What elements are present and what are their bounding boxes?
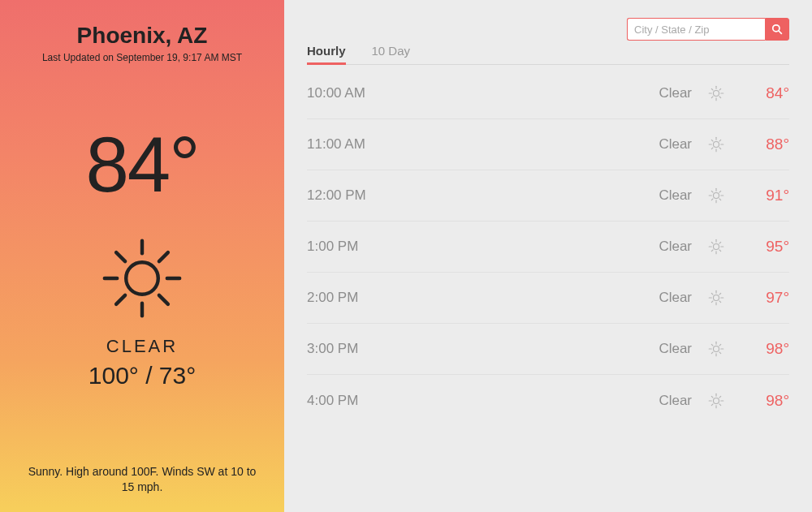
forecast-panel: Hourly 10 Day 10:00 AMClear 84°11:00 AMC… xyxy=(284,0,812,512)
current-temperature: 84° xyxy=(85,120,198,209)
high-low: 100° / 73° xyxy=(89,362,196,389)
hour-temp: 98° xyxy=(741,392,789,410)
svg-point-9 xyxy=(773,25,780,32)
svg-line-71 xyxy=(719,403,721,405)
hour-temp: 88° xyxy=(741,136,789,153)
hour-temp: 97° xyxy=(741,289,789,307)
hour-temp: 84° xyxy=(741,84,789,102)
search-input[interactable] xyxy=(627,18,765,41)
svg-line-37 xyxy=(719,191,721,192)
svg-point-56 xyxy=(713,346,719,351)
hour-time: 4:00 PM xyxy=(307,393,627,409)
svg-line-72 xyxy=(711,403,713,405)
location-title: Phoenix, AZ xyxy=(77,23,208,49)
sun-icon xyxy=(97,234,187,326)
svg-line-5 xyxy=(116,252,125,261)
hour-condition: Clear xyxy=(627,187,692,204)
svg-line-16 xyxy=(711,88,713,90)
svg-line-17 xyxy=(719,97,721,98)
search-icon xyxy=(771,24,783,35)
forecast-summary: Sunny. High around 100F. Winds SW at 10 … xyxy=(16,464,268,496)
hour-condition: Clear xyxy=(627,393,692,409)
hour-time: 2:00 PM xyxy=(307,290,627,306)
svg-point-38 xyxy=(713,243,719,249)
hourly-row: 2:00 PMClear 97° xyxy=(307,273,789,324)
svg-point-29 xyxy=(713,192,719,198)
hour-time: 12:00 PM xyxy=(307,187,627,204)
hour-condition: Clear xyxy=(627,85,692,101)
hour-temp: 91° xyxy=(741,187,789,204)
svg-line-70 xyxy=(711,396,713,398)
hour-condition: Clear xyxy=(627,341,692,357)
sun-icon xyxy=(692,84,741,102)
svg-point-0 xyxy=(126,262,158,295)
svg-line-8 xyxy=(159,252,168,261)
hour-time: 11:00 AM xyxy=(307,136,627,153)
svg-line-26 xyxy=(719,148,721,149)
search-button[interactable] xyxy=(765,18,789,41)
hour-temp: 95° xyxy=(741,238,789,256)
svg-line-27 xyxy=(711,148,713,149)
svg-line-6 xyxy=(159,295,168,304)
svg-line-62 xyxy=(719,352,721,354)
svg-line-45 xyxy=(711,250,713,252)
svg-line-54 xyxy=(711,301,713,303)
tab-hourly[interactable]: Hourly xyxy=(307,44,346,65)
sun-icon xyxy=(692,340,741,358)
svg-line-7 xyxy=(116,295,125,304)
svg-line-43 xyxy=(711,242,713,243)
svg-line-73 xyxy=(719,396,721,398)
sun-icon xyxy=(692,392,741,410)
svg-line-34 xyxy=(711,191,713,192)
hour-condition: Clear xyxy=(627,136,692,153)
svg-line-28 xyxy=(719,140,721,141)
svg-line-18 xyxy=(711,97,713,98)
svg-line-64 xyxy=(719,344,721,346)
svg-line-36 xyxy=(711,199,713,200)
svg-line-44 xyxy=(719,250,721,252)
hourly-list: 10:00 AMClear 84°11:00 AMClear 88°12:00 … xyxy=(307,68,789,426)
hour-time: 3:00 PM xyxy=(307,341,627,357)
hourly-row: 11:00 AMClear 88° xyxy=(307,119,789,170)
hour-temp: 98° xyxy=(741,340,789,358)
hour-condition: Clear xyxy=(627,239,692,255)
svg-line-63 xyxy=(711,352,713,354)
forecast-tabs: Hourly 10 Day xyxy=(307,44,789,65)
svg-point-47 xyxy=(713,295,719,300)
last-updated: Last Updated on September 19, 9:17 AM MS… xyxy=(42,52,242,63)
svg-line-53 xyxy=(719,301,721,303)
hourly-row: 4:00 PMClear 98° xyxy=(307,375,789,426)
hourly-row: 12:00 PMClear 91° xyxy=(307,170,789,222)
svg-line-46 xyxy=(719,242,721,243)
sun-icon xyxy=(692,136,741,153)
svg-line-55 xyxy=(719,293,721,295)
hour-time: 10:00 AM xyxy=(307,85,627,101)
hourly-row: 3:00 PMClear 98° xyxy=(307,324,789,375)
tab-10day[interactable]: 10 Day xyxy=(372,44,411,64)
search-bar xyxy=(627,18,789,41)
sun-icon xyxy=(692,289,741,307)
svg-line-61 xyxy=(711,344,713,346)
condition-label: CLEAR xyxy=(106,336,178,357)
hour-condition: Clear xyxy=(627,290,692,306)
svg-line-52 xyxy=(711,293,713,295)
hourly-row: 10:00 AMClear 84° xyxy=(307,68,789,119)
sun-icon xyxy=(692,187,741,204)
svg-point-20 xyxy=(713,141,719,147)
current-conditions-panel: Phoenix, AZ Last Updated on September 19… xyxy=(0,0,284,512)
svg-line-10 xyxy=(779,31,782,34)
svg-point-11 xyxy=(713,90,719,96)
svg-point-65 xyxy=(713,398,719,403)
hourly-row: 1:00 PMClear 95° xyxy=(307,222,789,273)
sun-icon xyxy=(692,238,741,256)
svg-line-19 xyxy=(719,88,721,90)
svg-line-25 xyxy=(711,140,713,141)
hour-time: 1:00 PM xyxy=(307,239,627,255)
svg-line-35 xyxy=(719,199,721,200)
